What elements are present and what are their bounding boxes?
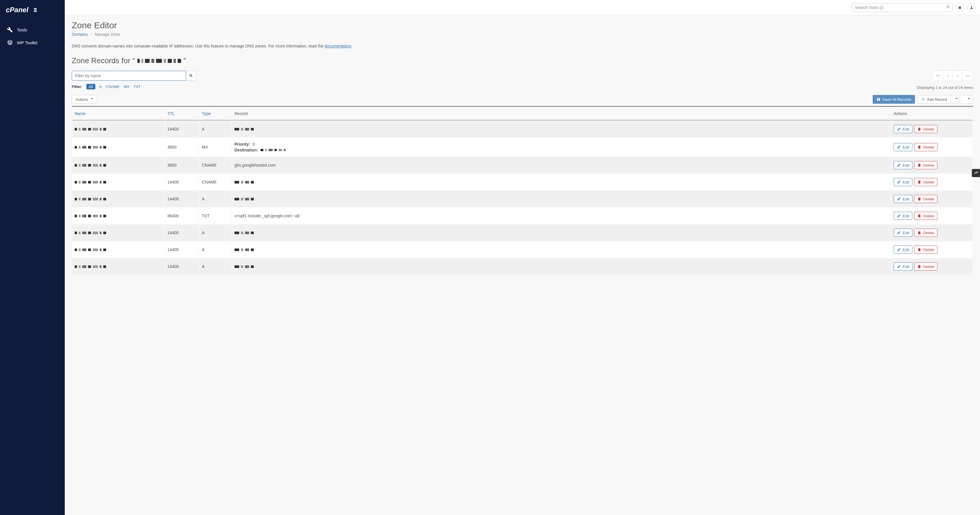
tools-icon [7, 27, 13, 33]
delete-button[interactable]: Delete [914, 195, 937, 203]
cell-actions: EditDelete [891, 138, 972, 157]
brand-logo[interactable]: cPanel [0, 0, 65, 21]
pagination-display: Displaying 1 to 24 out of 24 items [917, 86, 973, 90]
breadcrumb-domains[interactable]: Domains [72, 32, 88, 37]
cell-actions: EditDelete [891, 157, 972, 173]
pencil-icon [897, 180, 901, 184]
search-wrap [852, 3, 953, 12]
edit-button[interactable]: Edit [894, 246, 912, 254]
delete-button[interactable]: Delete [914, 125, 937, 133]
delete-button[interactable]: Delete [914, 143, 937, 151]
cell-type: A [199, 225, 232, 241]
save-icon [877, 97, 881, 101]
trash-icon [917, 265, 921, 269]
cell-actions: EditDelete [891, 121, 972, 137]
redacted-text [234, 265, 254, 268]
svg-rect-1 [34, 8, 37, 9]
records-table: Name TTL Type Record Actions 14400AEditD… [72, 106, 973, 275]
cell-ttl: 14400 [165, 174, 199, 190]
cell-type: A [199, 241, 232, 258]
edit-button[interactable]: Edit [894, 263, 912, 271]
column-header-name[interactable]: Name [72, 107, 164, 120]
delete-button[interactable]: Delete [914, 178, 937, 186]
cell-name [72, 208, 164, 224]
add-record-button[interactable]: Add Record [917, 95, 951, 104]
search-icon [189, 74, 193, 78]
cell-record: Priority: 0Destination: [232, 138, 891, 157]
filter-tab-mx[interactable]: MX [124, 84, 129, 89]
notifications-button[interactable] [956, 3, 964, 12]
breadcrumb-current: Manage Zone [95, 32, 120, 37]
topbar [65, 0, 980, 15]
add-record-dropdown[interactable] [951, 95, 959, 104]
edit-button[interactable]: Edit [894, 229, 912, 237]
column-header-ttl[interactable]: TTL [165, 107, 199, 120]
trash-icon [917, 180, 921, 184]
redacted-text [75, 164, 106, 166]
main: Zone Editor Domains / Manage Zone DNS co… [65, 0, 980, 515]
cell-name [72, 138, 164, 157]
sidebar-item-label: Tools [17, 27, 27, 32]
trash-icon [917, 214, 921, 218]
cell-ttl: 14400 [165, 225, 199, 241]
edit-button[interactable]: Edit [894, 195, 912, 203]
filter-tab-a[interactable]: A [99, 84, 102, 89]
edit-button[interactable]: Edit [894, 161, 912, 169]
cell-ttl: 86400 [165, 208, 199, 224]
pencil-icon [897, 163, 901, 167]
trash-icon [917, 145, 921, 149]
redacted-text [75, 128, 106, 130]
cell-ttl: 3600 [165, 157, 199, 173]
delete-button[interactable]: Delete [914, 246, 937, 254]
edit-button[interactable]: Edit [894, 125, 912, 133]
filter-submit-button[interactable] [186, 71, 196, 81]
edit-button[interactable]: Edit [894, 178, 912, 186]
filter-input[interactable] [72, 71, 186, 81]
sidebar-item-tools[interactable]: Tools [0, 23, 65, 36]
cell-name [72, 258, 164, 275]
plus-icon [921, 97, 925, 101]
pagination-last[interactable]: >> [963, 71, 973, 81]
pencil-icon [897, 247, 901, 252]
table-row: 14400AEditDelete [72, 225, 972, 241]
redacted-text [75, 231, 106, 234]
documentation-link[interactable]: documentation [325, 44, 352, 48]
search-icon[interactable] [946, 5, 950, 10]
trash-icon [917, 247, 921, 252]
redacted-domain [137, 59, 181, 63]
filter-tab-all[interactable]: All [86, 84, 95, 89]
cell-actions: EditDelete [891, 258, 972, 275]
pagination-prev[interactable]: < [943, 71, 953, 81]
filter-tab-txt[interactable]: TXT [134, 84, 141, 89]
delete-button[interactable]: Delete [914, 263, 937, 271]
actions-dropdown[interactable]: Actions [72, 95, 97, 104]
table-row: 3600CNAMEghs.googlehosted.comEditDelete [72, 157, 972, 173]
delete-button[interactable]: Delete [914, 161, 937, 169]
user-menu-button[interactable] [967, 3, 976, 12]
cell-record [232, 258, 891, 275]
trash-icon [917, 197, 921, 201]
redacted-text [75, 146, 106, 149]
pagination-first[interactable]: << [933, 71, 943, 81]
sidebar: cPanel Tools WP Toolkit [0, 0, 65, 515]
search-input[interactable] [852, 3, 953, 12]
edit-button[interactable]: Edit [894, 212, 912, 220]
cell-name [72, 225, 164, 241]
filter-tab-cname[interactable]: CNAME [106, 84, 119, 89]
svg-text:cPanel: cPanel [6, 6, 29, 14]
cell-name [72, 241, 164, 258]
cell-type: MX [199, 138, 232, 157]
delete-button[interactable]: Delete [914, 212, 937, 220]
edit-button[interactable]: Edit [894, 143, 912, 151]
pagination-next[interactable]: > [953, 71, 963, 81]
breadcrumb: Domains / Manage Zone [72, 32, 973, 37]
delete-button[interactable]: Delete [914, 229, 937, 237]
description: DNS converts domain names into computer-… [72, 43, 973, 49]
floating-analytics-tab[interactable] [972, 169, 980, 177]
column-header-type[interactable]: Type [199, 107, 232, 120]
save-all-records-button[interactable]: Save All Records [873, 95, 915, 104]
pencil-icon [897, 265, 901, 269]
pencil-icon [897, 231, 901, 235]
table-settings-button[interactable] [961, 95, 973, 104]
sidebar-item-wp-toolkit[interactable]: WP Toolkit [0, 36, 65, 49]
